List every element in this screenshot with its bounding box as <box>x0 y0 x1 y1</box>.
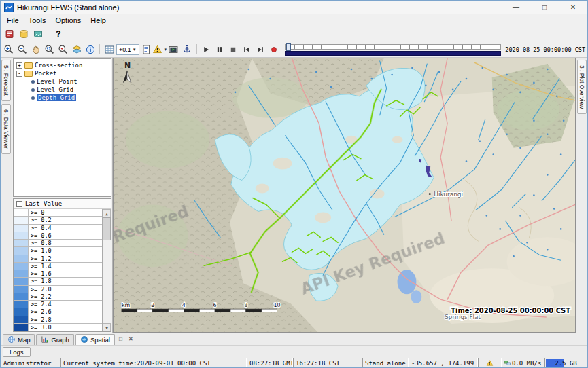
menu-tools[interactable]: Tools <box>24 16 51 24</box>
collapse-icon[interactable]: - <box>16 71 22 77</box>
stop-button[interactable] <box>227 43 240 56</box>
tab-spatial[interactable]: Spatial <box>75 334 115 345</box>
tab-map[interactable]: Map <box>3 334 35 345</box>
tree-item-pocket[interactable]: - Pocket <box>14 69 111 77</box>
legend-label: >= 1.0 <box>29 247 102 254</box>
scale-unit: km <box>122 302 131 308</box>
legend-item[interactable]: >= 2.2 <box>14 293 102 301</box>
scrollbar-track[interactable] <box>103 240 111 323</box>
menu-help[interactable]: Help <box>86 16 111 24</box>
legend-swatch <box>14 270 29 277</box>
document-icon <box>141 44 152 55</box>
legend-item[interactable]: >= 2.8 <box>14 316 102 324</box>
pause-button[interactable] <box>213 43 226 56</box>
menu-file[interactable]: File <box>2 16 24 24</box>
logs-button[interactable]: Logs <box>3 347 31 357</box>
legend-item[interactable]: >= 0 <box>14 209 102 217</box>
info-button[interactable] <box>84 43 97 56</box>
scroll-up-icon[interactable]: ▲ <box>103 209 111 217</box>
legend-item[interactable]: >= 1.8 <box>14 278 102 285</box>
tab-data-viewer[interactable]: 6 : Data Viewer <box>1 104 11 154</box>
legend-item[interactable]: >= 1.6 <box>14 270 102 278</box>
legend-item[interactable]: >= 0.8 <box>14 240 102 247</box>
timeline-slider[interactable] <box>285 43 502 56</box>
tab-forecast[interactable]: 5 : Forecast <box>1 60 11 101</box>
tree-item-depth-grid[interactable]: Depth Grid <box>14 94 111 102</box>
left-panel: + Cross-section - Pocket Level Point Lev… <box>12 58 113 333</box>
legend-item[interactable]: >= 1.2 <box>14 255 102 263</box>
legend-item[interactable]: >= 1.0 <box>14 247 102 255</box>
info-icon <box>85 44 96 55</box>
map-time-label: Time: 2020-08-25 00:00:00 CST <box>451 307 570 314</box>
main-toolbar: ? <box>1 26 587 41</box>
memory-label: 2.5 GB <box>555 360 577 367</box>
profile-button[interactable] <box>140 43 153 56</box>
legend-item[interactable]: >= 0.2 <box>14 217 102 224</box>
status-warning[interactable] <box>478 358 502 368</box>
chevron-down-icon: ▼ <box>133 48 137 52</box>
legend-item[interactable]: >= 2.4 <box>14 301 102 308</box>
tree-item-level-grid[interactable]: Level Grid <box>14 86 111 94</box>
map-panel[interactable]: Hikurangi Springs Flat API Key Required … <box>113 58 576 333</box>
play-button[interactable] <box>200 43 213 56</box>
menu-options[interactable]: Options <box>50 16 86 24</box>
timeline-thumb[interactable] <box>286 43 291 51</box>
export-animation-button[interactable] <box>167 43 180 56</box>
grid-icon <box>104 44 115 55</box>
scale-tick: 4 <box>182 302 186 308</box>
tree-label: Depth Grid <box>37 94 76 101</box>
legend-item[interactable]: >= 0.4 <box>14 225 102 232</box>
tab-graph[interactable]: Graph <box>36 334 73 345</box>
legend-swatch <box>14 263 29 270</box>
go-to-end-button[interactable] <box>254 43 267 56</box>
map-document-icon <box>33 29 44 39</box>
legend-label: >= 1.6 <box>29 270 102 277</box>
legend-item[interactable]: >= 1.4 <box>14 263 102 270</box>
go-to-start-button[interactable] <box>241 43 254 56</box>
zoom-out-button[interactable] <box>16 43 29 56</box>
tree-label: Level Point <box>37 78 77 85</box>
pan-button[interactable] <box>29 43 42 56</box>
zoom-extent-button[interactable] <box>56 43 69 56</box>
expand-icon[interactable]: + <box>16 62 22 69</box>
layers-button[interactable] <box>70 43 83 56</box>
zoom-in-button[interactable] <box>2 43 15 56</box>
interval-selector[interactable]: +0.1 ▼ <box>116 44 139 55</box>
map-document-button[interactable] <box>31 27 44 41</box>
close-button[interactable]: ✕ <box>559 1 587 14</box>
map-canvas[interactable]: Hikurangi Springs Flat API Key Required … <box>114 58 575 332</box>
bullet-icon <box>31 80 35 84</box>
status-gmt-time: 08:27:18 GMT <box>247 358 293 368</box>
thresholds-button[interactable]: ▼ <box>154 43 167 56</box>
help-button[interactable]: ? <box>52 27 65 41</box>
legend-header: Last Value <box>14 199 111 209</box>
legend-scrollbar[interactable]: ▲ ▼ <box>102 209 111 331</box>
bullet-icon <box>31 88 35 92</box>
record-button[interactable] <box>268 43 281 56</box>
tree-item-cross-section[interactable]: + Cross-section <box>14 61 111 69</box>
maximize-button[interactable]: □ <box>530 1 559 14</box>
float-panel-icon[interactable]: □ <box>116 335 125 344</box>
anchor-button[interactable] <box>181 43 194 56</box>
layer-tree: + Cross-section - Pocket Level Point Lev… <box>13 58 111 197</box>
tab-plot-overview[interactable]: 3 : Plot Overview <box>577 60 587 114</box>
legend-item[interactable]: >= 2.0 <box>14 286 102 293</box>
legend-label: >= 1.8 <box>29 278 102 284</box>
database-button[interactable] <box>17 27 30 41</box>
zoom-window-button[interactable] <box>43 43 56 56</box>
timeline-progress-bar <box>285 51 502 56</box>
tree-item-level-point[interactable]: Level Point <box>14 77 111 86</box>
timeline-ruler[interactable] <box>285 44 502 50</box>
scrollbar-thumb[interactable] <box>103 217 111 240</box>
grid-display-button[interactable] <box>103 43 116 56</box>
legend-swatch <box>14 286 29 293</box>
minimize-button[interactable]: — <box>502 1 530 14</box>
legend-item[interactable]: >= 0.6 <box>14 232 102 240</box>
close-panel-icon[interactable]: ✕ <box>126 335 135 344</box>
last-value-checkbox[interactable] <box>16 201 22 207</box>
scroll-down-icon[interactable]: ▼ <box>103 323 111 331</box>
legend-item[interactable]: >= 2.6 <box>14 308 102 316</box>
log-browser-button[interactable] <box>3 27 16 41</box>
record-icon <box>269 45 279 54</box>
legend-item[interactable]: >= 3.0 <box>14 324 102 331</box>
